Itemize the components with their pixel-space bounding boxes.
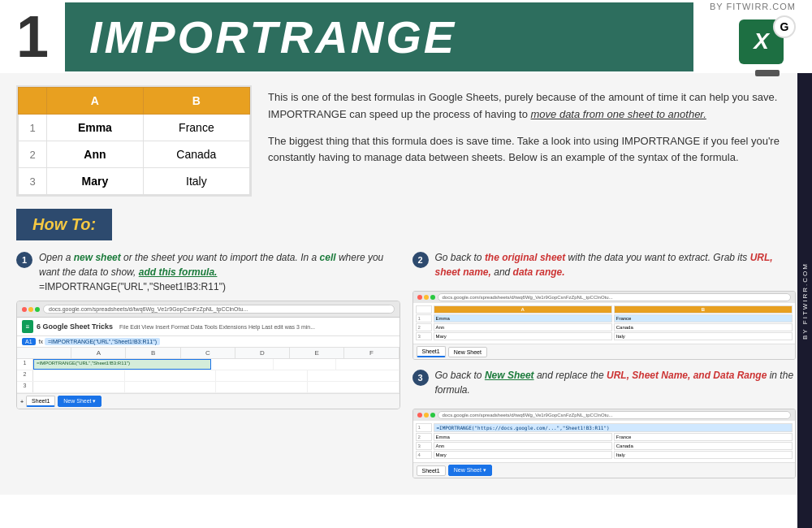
grid-col-c: C bbox=[181, 348, 235, 358]
mini3-formula-row: 1 =IMPORTRANGE("https://docs.google.com/… bbox=[416, 423, 793, 432]
header: 1 IMPORTRANGE BY FITWIRR.COM X G bbox=[0, 0, 812, 73]
grid-cell-1b bbox=[211, 359, 274, 370]
mini3-data-1: 2 Emma France bbox=[416, 433, 793, 441]
step-2-text: Go back to the original sheet with the d… bbox=[435, 250, 797, 279]
grid-col-e: E bbox=[290, 348, 344, 358]
country-cell-canada: Canada bbox=[143, 141, 249, 168]
tab-sheet1-1[interactable]: Sheet1 bbox=[26, 396, 55, 407]
tab-new-sheet-2[interactable]: New Sheet bbox=[448, 347, 487, 357]
step-3-number: 3 bbox=[412, 370, 429, 386]
row-num-2: 2 bbox=[19, 141, 47, 168]
dot-green-3 bbox=[430, 413, 435, 418]
name-cell-emma: Emma bbox=[47, 115, 144, 141]
tab-new-sheet-3[interactable]: New Sheet ▾ bbox=[448, 465, 492, 476]
name-cell-ann: Ann bbox=[47, 141, 144, 168]
sheets-tabs-2: Sheet1 New Sheet bbox=[413, 344, 796, 359]
steps-container: 1 Open a new sheet or the sheet you want… bbox=[16, 250, 796, 487]
mini-name-ann: Ann bbox=[434, 323, 612, 331]
step-1-header: 1 Open a new sheet or the sheet you want… bbox=[16, 250, 400, 294]
how-to-section: How To: 1 Open a new sheet or the sheet … bbox=[0, 209, 812, 495]
mini-empty bbox=[416, 305, 432, 314]
cell-ref-1: A1 bbox=[22, 338, 36, 345]
grid-rownum-3: 3 bbox=[17, 382, 33, 392]
step-3-text: Go back to New Sheet and replace the URL… bbox=[435, 368, 797, 397]
move-data-link[interactable]: move data from one sheet to another. bbox=[531, 108, 706, 120]
formula-bar-1: A1 fx =IMPORTRANGE("URL","Sheet1!B3:R11"… bbox=[17, 336, 400, 348]
main-content: A B 1 Emma France 2 Ann Canada 3 Mary bbox=[0, 73, 812, 209]
monitor-base bbox=[755, 70, 780, 76]
grid-header-row-1: A B C D E F bbox=[17, 348, 400, 359]
step-1: 1 Open a new sheet or the sheet you want… bbox=[16, 250, 400, 487]
mini-data-row-3: 3 Mary Italy bbox=[416, 332, 793, 340]
right-panel: 2 Go back to the original sheet with the… bbox=[412, 250, 797, 487]
mini-country-canada: Canada bbox=[614, 323, 793, 331]
excel-icon-container: X G bbox=[739, 15, 796, 72]
mini-url-3[interactable]: docs.google.com/spreadsheets/d/twq6Wg_Ve… bbox=[438, 411, 792, 419]
formula-content-1: =IMPORTRANGE("URL","Sheet1!B3:R11") bbox=[45, 338, 160, 345]
description-panel: This is one of the best formulas in Goog… bbox=[268, 85, 796, 197]
spreadsheet-table: A B 1 Emma France 2 Ann Canada 3 Mary bbox=[18, 87, 250, 195]
grid-row-3: 3 bbox=[17, 382, 400, 393]
grid-rownum-2: 2 bbox=[17, 370, 33, 381]
watermark-text: BY FITWIRR.COM bbox=[801, 262, 809, 340]
mini-col-b: B bbox=[614, 305, 793, 314]
tab-sheet1-3[interactable]: Sheet1 bbox=[417, 465, 446, 476]
tab-new-sheet-1[interactable]: New Sheet ▾ bbox=[58, 396, 102, 407]
mini3-rn-1: 2 bbox=[416, 433, 432, 441]
mini-data-row-2: 2 Ann Canada bbox=[416, 323, 793, 331]
browser-bar-1: docs.google.com/spreadsheets/d/twq6Wg_Ve… bbox=[17, 301, 400, 318]
grid-col-a: A bbox=[71, 348, 126, 358]
table-container: A B 1 Emma France 2 Ann Canada 3 Mary bbox=[16, 85, 252, 197]
tab-sheet1-2[interactable]: Sheet1 bbox=[417, 346, 446, 357]
dot-yellow-1 bbox=[28, 307, 33, 312]
screenshot-2-mockup: docs.google.com/spreadsheets/d/twq6Wg_Ve… bbox=[412, 291, 797, 360]
mini-grid-2: A B 1 Emma France 2 Ann Canada bbox=[413, 303, 796, 344]
mini3-ref: 1 bbox=[416, 423, 432, 432]
grid-cell-2d bbox=[308, 370, 400, 381]
row-num-3: 3 bbox=[19, 168, 47, 195]
mini-name-emma: Emma bbox=[434, 314, 612, 322]
url-bar-1[interactable]: docs.google.com/spreadsheets/d/twq6Wg_Ve… bbox=[43, 305, 395, 314]
browser-dots-3 bbox=[417, 413, 435, 418]
dot-green-2 bbox=[430, 295, 435, 300]
mini3-canada: Canada bbox=[614, 442, 793, 450]
sheets-title-1: 6 Google Sheet Tricks bbox=[37, 322, 113, 331]
sheets-tabs-3: Sheet1 New Sheet ▾ bbox=[413, 462, 796, 478]
mini-url-2[interactable]: docs.google.com/spreadsheets/d/twq6Wg_Ve… bbox=[438, 293, 792, 301]
country-cell-france: France bbox=[143, 115, 249, 141]
google-icon: G bbox=[773, 15, 796, 38]
sheets-toolbar-1: ≡ 6 Google Sheet Tricks File Edit View I… bbox=[17, 318, 400, 336]
col-header-empty bbox=[19, 88, 47, 115]
step-2-header: 2 Go back to the original sheet with the… bbox=[412, 250, 797, 284]
col-header-b: B bbox=[143, 88, 249, 115]
grid-col-b: B bbox=[126, 348, 180, 358]
browser-dots-2 bbox=[417, 295, 435, 300]
sheets-logo-1: ≡ bbox=[22, 320, 33, 333]
country-cell-italy: Italy bbox=[143, 168, 249, 195]
mini3-ann: Ann bbox=[434, 442, 612, 450]
grid-cell-3c bbox=[216, 382, 308, 392]
grid-cell-3b bbox=[125, 382, 217, 392]
grid-cell-3a bbox=[33, 382, 125, 392]
mini3-data-2: 3 Ann Canada bbox=[416, 442, 793, 450]
how-to-title: How To: bbox=[32, 215, 96, 233]
sheets-tabs-1: + Sheet1 New Sheet ▾ bbox=[17, 393, 400, 409]
mini3-italy: Italy bbox=[614, 451, 793, 459]
mini-name-mary: Mary bbox=[434, 332, 612, 340]
header-right: BY FITWIRR.COM X G bbox=[710, 2, 796, 72]
table-row: 3 Mary Italy bbox=[19, 168, 250, 195]
grid-col-d: D bbox=[235, 348, 290, 358]
screenshot-3-mockup: docs.google.com/spreadsheets/d/twq6Wg_Ve… bbox=[412, 409, 797, 478]
mini-bar-3: docs.google.com/spreadsheets/d/twq6Wg_Ve… bbox=[413, 409, 796, 421]
mini-grid-3: 1 =IMPORTRANGE("https://docs.google.com/… bbox=[413, 421, 796, 462]
grid-cell-2c bbox=[216, 370, 308, 381]
dot-yellow-2 bbox=[424, 295, 429, 300]
col-header-a: A bbox=[47, 88, 144, 115]
row-num-1: 1 bbox=[19, 115, 47, 141]
step-1-text: Open a new sheet or the sheet you want t… bbox=[39, 250, 400, 294]
grid-cell-2a bbox=[33, 370, 125, 381]
grid-col-f: F bbox=[344, 348, 399, 358]
grid-rownum-1: 1 bbox=[17, 359, 33, 370]
grid-cell-1d bbox=[336, 359, 399, 370]
mini-rownum-1: 1 bbox=[416, 314, 432, 322]
